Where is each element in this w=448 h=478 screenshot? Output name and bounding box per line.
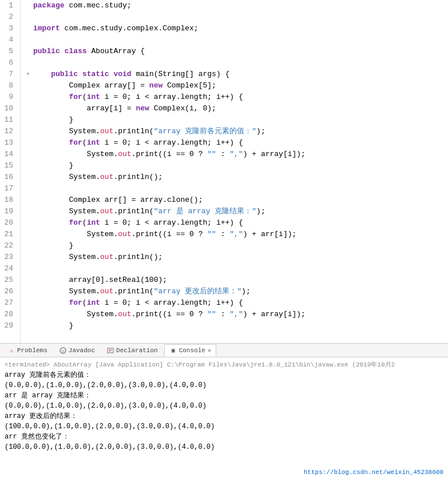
- line-number: 27: [0, 297, 17, 309]
- console-output-line: (0.0,0.0),(1.0,0.0),(2.0,0.0),(3.0,0.0),…: [5, 401, 443, 411]
- code-line: System.out.println();: [26, 252, 448, 263]
- line-number: 19: [0, 206, 17, 217]
- code-line: System.out.print((i == 0 ? "" : ",") + a…: [26, 229, 448, 240]
- code-line: }: [26, 240, 448, 252]
- line-number: 24: [0, 263, 17, 274]
- code-line: array[i] = new Complex(i, 0);: [26, 103, 448, 114]
- code-line: package com.mec.study;: [26, 0, 448, 11]
- code-line: public class AboutArray {: [26, 46, 448, 57]
- line-numbers: 1234567891011121314151617181920212223242…: [0, 0, 21, 343]
- javadoc-icon: @: [59, 346, 67, 354]
- svg-text:@: @: [61, 349, 65, 353]
- line-number: 25: [0, 274, 17, 286]
- line-number: 8: [0, 80, 17, 91]
- console-output-line: array 克隆前各元素的值：: [5, 370, 443, 380]
- line-number: 17: [0, 183, 17, 194]
- code-line: [26, 11, 448, 23]
- line-number: 28: [0, 309, 17, 320]
- code-line: ▾ public static void main(String[] args)…: [26, 69, 448, 80]
- line-number: 3: [0, 23, 17, 34]
- console-output-line: array 更改后的结果：: [5, 411, 443, 421]
- line-number: 1: [0, 0, 17, 11]
- console-tab-label: Console: [179, 347, 205, 354]
- line-number: 18: [0, 194, 17, 206]
- code-line: import com.mec.study.complex.Complex;: [26, 23, 448, 34]
- code-line: System.out.print((i == 0 ? "" : ",") + a…: [26, 149, 448, 160]
- code-line: for(int i = 0; i < array.length; i++) {: [26, 91, 448, 103]
- console-icon: ▣: [169, 346, 177, 354]
- code-line: for(int i = 0; i < array.length; i++) {: [26, 217, 448, 229]
- line-number: 11: [0, 114, 17, 126]
- code-line: System.out.println("arr 是 array 克隆结果：");: [26, 206, 448, 217]
- code-line: [26, 34, 448, 46]
- code-editor: 1234567891011121314151617181920212223242…: [0, 0, 448, 343]
- line-number: 7: [0, 69, 17, 80]
- line-number: 15: [0, 160, 17, 172]
- line-number: 22: [0, 240, 17, 252]
- code-line: }: [26, 114, 448, 126]
- line-number: 5: [0, 46, 17, 57]
- line-number: 29: [0, 320, 17, 332]
- console-output-line: arr 竟然也变化了：: [5, 432, 443, 442]
- console-close-icon[interactable]: ✕: [208, 347, 211, 354]
- line-number: 23: [0, 252, 17, 263]
- code-line: System.out.println("array 克隆前各元素的值：");: [26, 126, 448, 137]
- declaration-tab-label: Declaration: [116, 347, 158, 354]
- tab-problems[interactable]: ⚠Problems: [2, 344, 53, 357]
- line-number: 14: [0, 149, 17, 160]
- line-number: 9: [0, 91, 17, 103]
- code-line: }: [26, 320, 448, 332]
- console-output-line: arr 是 array 克隆结果：: [5, 391, 443, 401]
- line-number: 10: [0, 103, 17, 114]
- code-content[interactable]: package com.mec.study;import com.mec.stu…: [21, 0, 448, 343]
- console-output-line: (100.0,0.0),(1.0,0.0),(2.0,0.0),(3.0,0.0…: [5, 442, 443, 452]
- console-output-line: (0.0,0.0),(1.0,0.0),(2.0,0.0),(3.0,0.0),…: [5, 380, 443, 391]
- line-number: 2: [0, 11, 17, 23]
- console-output-line: (100.0,0.0),(1.0,0.0),(2.0,0.0),(3.0,0.0…: [5, 421, 443, 432]
- tab-javadoc[interactable]: @Javadoc: [54, 344, 100, 357]
- line-number: 12: [0, 126, 17, 137]
- code-line: }: [26, 160, 448, 172]
- line-number: 20: [0, 217, 17, 229]
- line-number: 26: [0, 286, 17, 297]
- line-number: 13: [0, 137, 17, 149]
- line-number: 21: [0, 229, 17, 240]
- line-number: 4: [0, 34, 17, 46]
- javadoc-tab-label: Javadoc: [69, 347, 95, 354]
- tab-bar: ⚠Problems@JavadocDeclaration▣Console✕: [0, 344, 448, 357]
- line-number: 16: [0, 172, 17, 183]
- tab-console[interactable]: ▣Console✕: [164, 344, 216, 357]
- declaration-icon: [106, 346, 114, 354]
- code-line: for(int i = 0; i < array.length; i++) {: [26, 297, 448, 309]
- code-line: System.out.print((i == 0 ? "" : ",") + a…: [26, 309, 448, 320]
- code-line: [26, 263, 448, 274]
- console-terminated-line: <terminated> AboutArray [Java Applicatio…: [5, 360, 443, 370]
- code-line: for(int i = 0; i < array.length; i++) {: [26, 137, 448, 149]
- problems-tab-label: Problems: [17, 347, 47, 354]
- problems-icon: ⚠: [7, 346, 15, 354]
- code-line: Complex array[] = new Complex[5];: [26, 80, 448, 91]
- line-number: 6: [0, 57, 17, 69]
- svg-rect-2: [108, 348, 113, 353]
- code-line: System.out.println();: [26, 172, 448, 183]
- tab-declaration[interactable]: Declaration: [101, 344, 163, 357]
- fold-icon[interactable]: ▾: [26, 69, 33, 80]
- code-line: array[0].setReal(100);: [26, 274, 448, 286]
- code-line: [26, 57, 448, 69]
- code-line: Complex arr[] = array.clone();: [26, 194, 448, 206]
- code-line: [26, 183, 448, 194]
- code-line: System.out.println("array 更改后的结果：");: [26, 286, 448, 297]
- watermark-link: https://blog.csdn.net/weixin_45238600: [304, 469, 443, 476]
- bottom-panel: ⚠Problems@JavadocDeclaration▣Console✕ <t…: [0, 343, 448, 478]
- console-output: <terminated> AboutArray [Java Applicatio…: [0, 357, 448, 478]
